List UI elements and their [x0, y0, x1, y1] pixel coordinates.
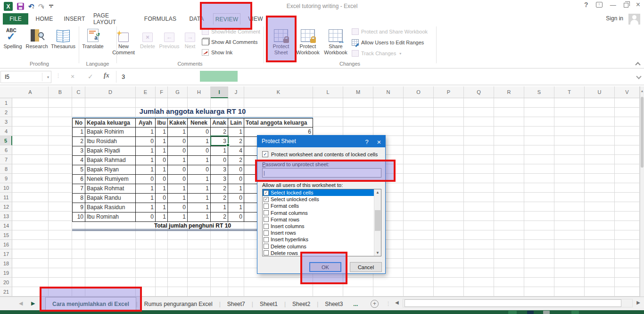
scroll-down-icon[interactable]: ▼ [374, 251, 381, 255]
table-cell[interactable]: 1 [188, 156, 211, 165]
row-header-19[interactable]: 19 [0, 268, 12, 278]
table-cell[interactable]: Bapak Randu [85, 194, 136, 203]
table-cell[interactable]: 5 [72, 165, 85, 175]
table-cell[interactable]: 0 [211, 156, 228, 165]
table-cell[interactable]: 2 [211, 212, 228, 222]
row-header-12[interactable]: 12 [0, 202, 12, 212]
row-header-11[interactable]: 11 [0, 193, 12, 202]
table-cell[interactable]: 0 [136, 137, 156, 146]
tab-page-layout[interactable]: PAGE LAYOUT [93, 13, 133, 25]
table-cell[interactable]: 0 [188, 146, 211, 156]
insert-function-icon[interactable]: fx [104, 72, 109, 79]
table-cell[interactable]: 0 [168, 137, 188, 146]
table-cell[interactable]: 4 [72, 156, 85, 165]
restore-icon[interactable] [624, 3, 628, 8]
vertical-scrollbar[interactable]: ▲ [640, 86, 644, 297]
row-header-21[interactable]: 21 [0, 287, 12, 297]
row-header-16[interactable]: 16 [0, 240, 12, 249]
column-header-S[interactable]: S [524, 86, 554, 98]
table-cell[interactable]: 0 [168, 165, 188, 175]
cancel-button[interactable]: Cancel [350, 262, 382, 272]
table-cell[interactable]: 3 [72, 146, 85, 156]
table-cell[interactable]: 2 [72, 137, 85, 146]
horizontal-scroll-thumb[interactable] [405, 299, 621, 307]
table-cell[interactable]: 6 [72, 175, 85, 184]
table-cell[interactable]: Bapak Riyadi [85, 146, 136, 156]
table-cell[interactable]: 1 [156, 184, 168, 194]
permissions-list[interactable]: ✓Select locked cells✓Select unlocked cel… [262, 189, 381, 256]
table-cell[interactable]: Bapak Rahmad [85, 156, 136, 165]
row-header-18[interactable]: 18 [0, 259, 12, 268]
table-cell[interactable]: Ibu Rosidah [85, 137, 136, 146]
table-cell[interactable]: 8 [72, 194, 85, 203]
formula-bar-drag-handle[interactable]: ⋮ [56, 73, 61, 79]
show-all-comments-button[interactable]: Show All Comments [202, 38, 257, 46]
table-cell[interactable]: 1 [156, 203, 168, 212]
table-cell[interactable]: 1 [188, 212, 211, 222]
permission-checkbox[interactable] [264, 250, 269, 255]
tabbar-splitter[interactable]: ⋮ [386, 301, 391, 307]
table-cell[interactable]: 3 [211, 175, 228, 184]
column-header-B[interactable]: B [49, 86, 72, 98]
table-cell[interactable]: 1 [156, 127, 168, 137]
spelling-button[interactable]: ABC✓ Spelling [1, 26, 25, 63]
sheet-tab-1[interactable]: Rumus pengurangan Excel [138, 297, 219, 311]
collapse-ribbon-icon[interactable] [636, 62, 639, 66]
column-header-T[interactable]: T [554, 86, 585, 98]
table-cell[interactable]: Bapak Rohmat [85, 184, 136, 194]
table-cell[interactable]: 1 [211, 146, 228, 156]
table-cell[interactable]: 1 [188, 184, 211, 194]
table-cell[interactable]: 0 [228, 165, 244, 175]
table-cell[interactable]: 1 [156, 146, 168, 156]
column-header-Q[interactable]: Q [464, 86, 494, 98]
scroll-up-icon[interactable]: ▲ [640, 89, 644, 93]
minimize-button[interactable]: — [610, 1, 616, 8]
tab-home[interactable]: HOME [33, 13, 56, 25]
permission-option[interactable]: Delete columns [263, 243, 381, 250]
protect-workbook-button[interactable]: Protect Workbook [295, 26, 321, 63]
tab-file[interactable]: FILE [3, 13, 28, 25]
track-changes-button[interactable]: Track Changes ▾ [352, 49, 401, 58]
permission-checkbox[interactable] [264, 210, 269, 215]
show-ink-button[interactable]: Show Ink [202, 48, 232, 57]
table-cell[interactable]: 9 [72, 203, 85, 212]
name-box-dropdown-icon[interactable]: ▾ [47, 75, 49, 79]
table-cell[interactable]: 7 [72, 184, 85, 194]
sheet-tab-2[interactable]: Sheet7 [221, 297, 252, 311]
row-header-17[interactable]: 17 [0, 249, 12, 259]
permission-option[interactable]: Insert columns [263, 223, 381, 229]
column-header-U[interactable]: U [585, 86, 615, 98]
expand-formula-bar-icon[interactable] [636, 75, 640, 78]
table-cell[interactable]: 1 [136, 146, 156, 156]
table-cell[interactable]: 0 [168, 203, 188, 212]
table-cell[interactable]: 1 [136, 156, 156, 165]
row-header-4[interactable]: 4 [0, 127, 12, 136]
share-workbook-button[interactable]: ↔ Share Workbook [322, 26, 350, 63]
table-cell[interactable]: 2 [211, 184, 228, 194]
table-cell[interactable]: 0 [168, 175, 188, 184]
table-cell[interactable]: 1 [188, 175, 211, 184]
new-sheet-button[interactable]: + [371, 300, 379, 308]
table-cell[interactable]: 2 [228, 156, 244, 165]
table-cell[interactable]: Bapak Rasidun [85, 203, 136, 212]
row-header-5[interactable]: 5 [0, 136, 12, 145]
table-cell[interactable]: 1 [168, 156, 188, 165]
column-header-H[interactable]: H [188, 86, 211, 98]
permission-checkbox[interactable] [264, 204, 269, 209]
column-header-E[interactable]: E [136, 86, 156, 98]
table-cell[interactable]: 10 [72, 212, 85, 222]
scroll-left-icon[interactable]: ◀ [395, 300, 399, 305]
permission-option[interactable]: ✓Select unlocked cells [263, 196, 381, 203]
permission-option[interactable]: Format rows [263, 216, 381, 223]
permission-checkbox[interactable]: ✓ [264, 190, 269, 195]
sheet-tab-4[interactable]: Sheet2 [286, 297, 317, 311]
table-cell[interactable]: 1 [156, 212, 168, 222]
table-cell[interactable]: 0 [136, 175, 156, 184]
permission-option[interactable]: Insert rows [263, 229, 381, 236]
ribbon-display-options-icon[interactable]: ↑ [596, 2, 603, 8]
tab-insert[interactable]: INSERT [63, 13, 86, 25]
table-cell[interactable]: 0 [228, 194, 244, 203]
permission-checkbox[interactable] [264, 224, 269, 229]
new-comment-button[interactable]: New Comment [110, 26, 137, 63]
sign-in-button[interactable]: Sign in [606, 15, 623, 22]
